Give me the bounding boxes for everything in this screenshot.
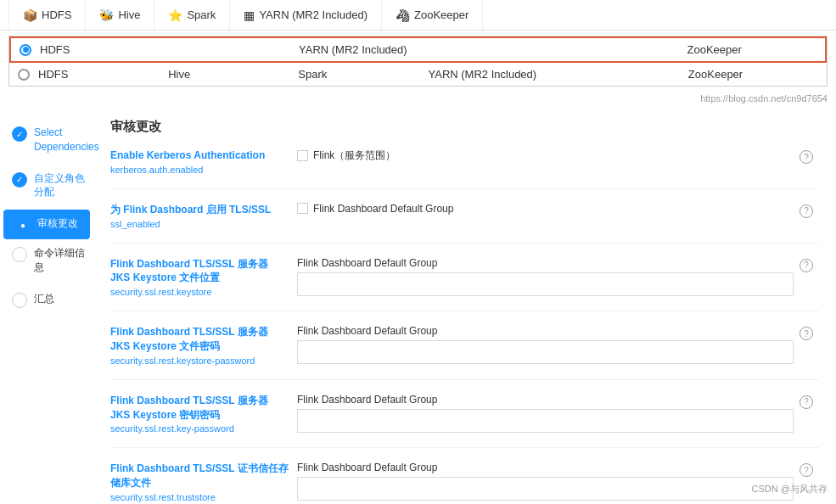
nav-yarn[interactable]: ▦ YARN (MR2 Included) — [230, 0, 382, 30]
input-group-label-keystore-password: Flink Dashboard Default Group — [297, 325, 794, 337]
form-label-truststore: Flink Dashboard TLS/SSL 证书信任存储库文件 — [110, 462, 289, 490]
sidebar-item-review[interactable]: ● 审核更改 — [3, 210, 90, 239]
nav-yarn-label: YARN (MR2 Included) — [259, 8, 368, 21]
top-navigation: 📦 HDFS 🐝 Hive ⭐ Spark ▦ YARN (MR2 Includ… — [0, 0, 836, 31]
sidebar-icon-cmd-details — [12, 247, 27, 262]
form-label-col-keystore-path: Flink Dashboard TLS/SSL 服务器 JKS Keystore… — [110, 257, 297, 298]
sidebar-label-select-deps: SelectDependencies — [34, 126, 99, 154]
sidebar-item-custom-role[interactable]: ✓ 自定义角色分配 — [0, 165, 93, 207]
cell-empty-1 — [170, 43, 300, 56]
form-help-col-tls-ssl: ? — [794, 203, 819, 218]
cell-yarn-1: YARN (MR2 Included) — [299, 43, 558, 56]
nav-hdfs[interactable]: 📦 HDFS — [8, 0, 86, 30]
spark-icon: ⭐ — [168, 8, 182, 22]
checkbox-label-tls-ssl: Flink Dashboard Default Group — [313, 203, 453, 215]
help-icon-kerberos[interactable]: ? — [800, 150, 813, 164]
form-sublabel-kerberos: kerberos.auth.enabled — [110, 165, 289, 175]
nav-spark[interactable]: ⭐ Spark — [154, 0, 230, 30]
cell-zk-1: ZooKeeper — [687, 43, 817, 56]
input-group-label-keystore-path: Flink Dashboard Default Group — [297, 257, 794, 269]
form-label-col-kerberos: Enable Kerberos Authenticationkerberos.a… — [110, 148, 297, 175]
form-label-col-tls-ssl: 为 Flink Dashboard 启用 TLS/SSLssl_enabled — [110, 203, 297, 229]
form-label-col-truststore: Flink Dashboard TLS/SSL 证书信任存储库文件securit… — [110, 462, 297, 502]
form-row-kerberos: Enable Kerberos Authenticationkerberos.a… — [110, 148, 819, 189]
text-input-truststore[interactable] — [297, 477, 794, 501]
sidebar-item-select-deps[interactable]: ✓ SelectDependencies — [0, 119, 93, 161]
help-icon-truststore[interactable]: ? — [800, 463, 813, 477]
sidebar-label-cmd-details: 命令详细信息 — [34, 246, 85, 275]
form-help-col-truststore: ? — [794, 462, 819, 477]
text-input-keystore-password[interactable] — [297, 340, 794, 364]
nav-zookeeper[interactable]: 🦓 ZooKeeper — [382, 0, 483, 30]
text-input-keystore-path[interactable] — [297, 272, 794, 296]
sidebar-icon-summary — [12, 293, 27, 308]
cell-zk-2: ZooKeeper — [688, 68, 818, 81]
help-icon-key-password[interactable]: ? — [800, 395, 813, 409]
form-help-col-key-password: ? — [794, 394, 819, 409]
input-group-label-key-password: Flink Dashboard Default Group — [297, 394, 794, 406]
form-help-col-kerberos: ? — [794, 148, 819, 164]
checkbox-box-kerberos[interactable] — [297, 150, 308, 161]
form-label-keystore-password: Flink Dashboard TLS/SSL 服务器 JKS Keystore… — [110, 325, 289, 354]
form-sublabel-keystore-password: security.ssl.rest.keystore-password — [110, 356, 289, 366]
nav-hdfs-label: HDFS — [42, 8, 71, 21]
checkbox-box-tls-ssl[interactable] — [297, 203, 308, 214]
service-selection-table: HDFS YARN (MR2 Included) ZooKeeper HDFS … — [8, 36, 828, 87]
content-area: 审核更改 Enable Kerberos Authenticationkerbe… — [93, 110, 836, 504]
help-icon-keystore-password[interactable]: ? — [800, 327, 813, 340]
input-group-label-truststore: Flink Dashboard Default Group — [297, 462, 794, 473]
form-sublabel-truststore: security.ssl.rest.truststore — [110, 492, 289, 502]
form-control-col-kerberos: Flink（服务范围） — [297, 148, 794, 163]
radio-unselected[interactable] — [18, 69, 30, 81]
sidebar-item-cmd-details[interactable]: 命令详细信息 — [0, 239, 93, 282]
form-label-col-key-password: Flink Dashboard TLS/SSL 服务器 JKS Keystore… — [110, 394, 297, 434]
form-row-key-password: Flink Dashboard TLS/SSL 服务器 JKS Keystore… — [110, 394, 819, 449]
sidebar: ✓ SelectDependencies ✓ 自定义角色分配 ● 审核更改 命令… — [0, 110, 93, 504]
sidebar-label-review: 审核更改 — [37, 216, 78, 231]
form-sublabel-tls-ssl: ssl_enabled — [110, 219, 289, 229]
page-title: 审核更改 — [110, 119, 819, 135]
input-wrapper-truststore: Flink Dashboard Default Group — [297, 462, 794, 501]
form-label-kerberos: Enable Kerberos Authentication — [110, 148, 289, 163]
text-input-key-password[interactable] — [297, 409, 794, 433]
input-wrapper-key-password: Flink Dashboard Default Group — [297, 394, 794, 433]
cell-spark-2: Spark — [298, 68, 428, 81]
service-cells-unselected: HDFS Hive Spark YARN (MR2 Included) ZooK… — [38, 68, 818, 81]
cell-hdfs-2: HDFS — [38, 68, 168, 81]
hdfs-icon: 📦 — [23, 8, 37, 22]
nav-hive[interactable]: 🐝 Hive — [86, 0, 154, 30]
watermark: CSDN @与风共存 — [752, 483, 828, 496]
form-row-truststore: Flink Dashboard TLS/SSL 证书信任存储库文件securit… — [110, 462, 819, 504]
sidebar-label-summary: 汇总 — [34, 292, 54, 306]
input-wrapper-keystore-path: Flink Dashboard Default Group — [297, 257, 794, 296]
form-label-key-password: Flink Dashboard TLS/SSL 服务器 JKS Keystore… — [110, 394, 289, 423]
checkbox-wrapper-tls-ssl[interactable]: Flink Dashboard Default Group — [297, 203, 453, 215]
nav-zookeeper-label: ZooKeeper — [414, 8, 468, 21]
hive-icon: 🐝 — [99, 8, 114, 22]
form-row-keystore-password: Flink Dashboard TLS/SSL 服务器 JKS Keystore… — [110, 325, 819, 380]
cell-yarn-2: YARN (MR2 Included) — [429, 68, 688, 81]
form-help-col-keystore-password: ? — [794, 325, 819, 340]
sidebar-label-custom-role: 自定义角色分配 — [34, 171, 85, 200]
main-layout: ✓ SelectDependencies ✓ 自定义角色分配 ● 审核更改 命令… — [0, 110, 836, 504]
form-container: Enable Kerberos Authenticationkerberos.a… — [110, 148, 819, 504]
form-control-col-key-password: Flink Dashboard Default Group — [297, 394, 794, 433]
help-icon-tls-ssl[interactable]: ? — [800, 204, 813, 218]
yarn-icon: ▦ — [244, 8, 255, 22]
sidebar-icon-custom-role: ✓ — [12, 172, 27, 188]
cell-empty-2 — [558, 43, 687, 56]
cell-hive-2: Hive — [168, 68, 298, 81]
url-hint: https://blog.csdn.net/cn9d7654 — [0, 92, 836, 107]
service-cells-selected: HDFS YARN (MR2 Included) ZooKeeper — [40, 43, 816, 56]
checkbox-wrapper-kerberos[interactable]: Flink（服务范围） — [297, 148, 396, 163]
service-row-selected[interactable]: HDFS YARN (MR2 Included) ZooKeeper — [9, 36, 827, 63]
sidebar-item-summary[interactable]: 汇总 — [0, 285, 93, 315]
form-label-col-keystore-password: Flink Dashboard TLS/SSL 服务器 JKS Keystore… — [110, 325, 297, 366]
form-control-col-keystore-password: Flink Dashboard Default Group — [297, 325, 794, 364]
help-icon-keystore-path[interactable]: ? — [800, 259, 813, 272]
radio-selected[interactable] — [20, 44, 31, 56]
form-row-keystore-path: Flink Dashboard TLS/SSL 服务器 JKS Keystore… — [110, 257, 819, 312]
form-label-tls-ssl: 为 Flink Dashboard 启用 TLS/SSL — [110, 203, 289, 217]
input-wrapper-keystore-password: Flink Dashboard Default Group — [297, 325, 794, 364]
service-row-unselected[interactable]: HDFS Hive Spark YARN (MR2 Included) ZooK… — [9, 63, 827, 86]
